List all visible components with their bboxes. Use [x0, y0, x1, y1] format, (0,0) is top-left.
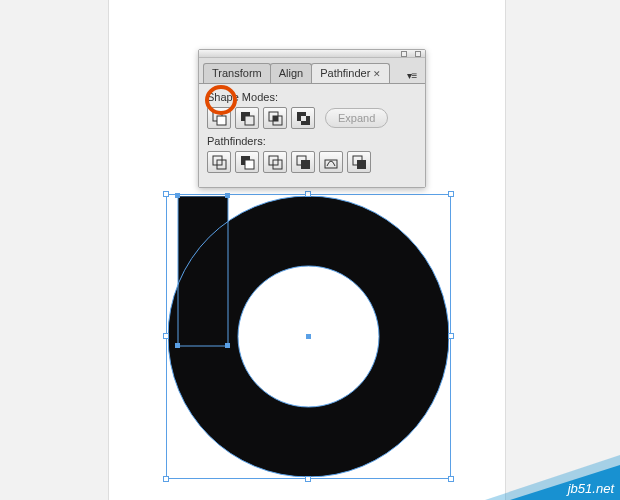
- intersect-icon: [267, 110, 283, 126]
- outline-button[interactable]: [319, 151, 343, 173]
- panel-titlebar[interactable]: [199, 50, 425, 58]
- panel-menu-button[interactable]: ▾≡: [403, 69, 421, 83]
- trim-button[interactable]: [235, 151, 259, 173]
- divide-button[interactable]: [207, 151, 231, 173]
- resize-handle-w[interactable]: [163, 333, 169, 339]
- minus-back-button[interactable]: [347, 151, 371, 173]
- anchor-point[interactable]: [175, 343, 180, 348]
- crop-button[interactable]: [291, 151, 315, 173]
- watermark-url: jb51.net: [568, 481, 614, 496]
- crop-icon: [295, 154, 311, 170]
- tab-label: Transform: [212, 67, 262, 79]
- panel-close-button[interactable]: [415, 51, 421, 57]
- center-point: [306, 334, 311, 339]
- trim-icon: [239, 154, 255, 170]
- tab-label: Pathfinder: [320, 67, 370, 79]
- tab-pathfinder[interactable]: Pathfinder✕: [311, 63, 390, 83]
- minus-back-icon: [351, 154, 367, 170]
- shape-modes-label: Shape Modes:: [207, 91, 417, 103]
- merge-icon: [267, 154, 283, 170]
- resize-handle-s[interactable]: [305, 476, 311, 482]
- expand-button[interactable]: Expand: [325, 108, 388, 128]
- expand-label: Expand: [338, 112, 375, 124]
- exclude-button[interactable]: [291, 107, 315, 129]
- svg-rect-23: [357, 160, 366, 169]
- resize-handle-n[interactable]: [305, 191, 311, 197]
- svg-rect-16: [245, 160, 254, 169]
- close-icon[interactable]: ✕: [373, 69, 381, 79]
- panel-minimize-button[interactable]: [401, 51, 407, 57]
- selected-shape-group[interactable]: [168, 196, 449, 477]
- svg-rect-12: [301, 116, 306, 121]
- svg-rect-9: [273, 116, 278, 121]
- minus-front-button[interactable]: [235, 107, 259, 129]
- resize-handle-se[interactable]: [448, 476, 454, 482]
- merge-button[interactable]: [263, 151, 287, 173]
- resize-handle-nw[interactable]: [163, 191, 169, 197]
- intersect-button[interactable]: [263, 107, 287, 129]
- unite-button[interactable]: [207, 107, 231, 129]
- pathfinder-panel: Transform Align Pathfinder✕ ▾≡ Shape Mod…: [198, 49, 426, 188]
- resize-handle-e[interactable]: [448, 333, 454, 339]
- tab-align[interactable]: Align: [270, 63, 312, 83]
- resize-handle-ne[interactable]: [448, 191, 454, 197]
- svg-rect-6: [245, 116, 254, 125]
- minus-front-icon: [239, 110, 255, 126]
- panel-tabs: Transform Align Pathfinder✕ ▾≡: [199, 58, 425, 83]
- tab-transform[interactable]: Transform: [203, 63, 271, 83]
- exclude-icon: [295, 110, 311, 126]
- svg-rect-4: [217, 116, 226, 125]
- svg-rect-20: [301, 160, 310, 169]
- anchor-point[interactable]: [225, 193, 230, 198]
- resize-handle-sw[interactable]: [163, 476, 169, 482]
- unite-icon: [211, 110, 227, 126]
- tab-label: Align: [279, 67, 303, 79]
- divide-icon: [211, 154, 227, 170]
- anchor-point[interactable]: [225, 343, 230, 348]
- outline-icon: [323, 154, 339, 170]
- pathfinders-label: Pathfinders:: [207, 135, 417, 147]
- anchor-point[interactable]: [175, 193, 180, 198]
